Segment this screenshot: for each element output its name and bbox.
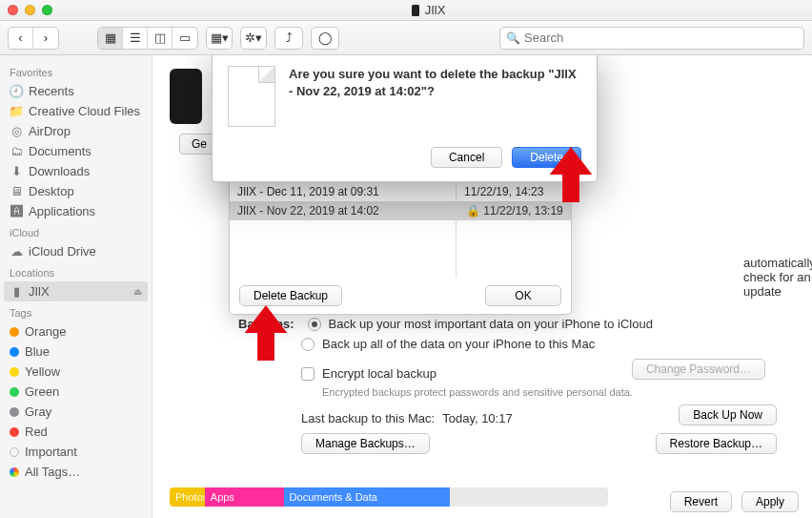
sidebar-item-applications[interactable]: 🅰Applications xyxy=(0,201,152,221)
toolbar: ‹ › ▦ ☰ ◫ ▭ ▦▾ ✲▾ ⤴ ◯ 🔍 xyxy=(0,21,812,55)
cancel-button[interactable]: Cancel xyxy=(431,147,502,168)
search-icon: 🔍 xyxy=(506,31,520,45)
last-backup-value: Today, 10:17 xyxy=(442,411,512,425)
encrypt-checkbox[interactable] xyxy=(301,367,315,381)
tag-green[interactable]: Green xyxy=(0,382,152,402)
radio-icloud-label: Back up your most important data on your… xyxy=(329,317,653,331)
backup-date: 🔒 11/22/19, 13:19 xyxy=(457,201,571,220)
tag-dot-icon xyxy=(10,387,19,397)
backup-row-selected[interactable]: JIlX - Nov 22, 2019 at 14:02 xyxy=(230,201,456,220)
sidebar-item-iclouddrive[interactable]: ☁iCloud Drive xyxy=(0,241,152,261)
manage-backups-button[interactable]: Manage Backups… xyxy=(301,433,430,454)
sidebar-item-desktop[interactable]: 🖥Desktop xyxy=(0,181,152,201)
tag-orange[interactable]: Orange xyxy=(0,321,152,342)
sidebar-item-downloads[interactable]: ⬇Downloads xyxy=(0,161,152,181)
delete-backup-button[interactable]: Delete Backup xyxy=(239,285,342,306)
view-switcher: ▦ ☰ ◫ ▭ xyxy=(97,27,198,50)
zoom-icon[interactable] xyxy=(42,5,52,15)
search-input[interactable] xyxy=(524,31,798,45)
confirm-dialog: Are you sure you want to delete the back… xyxy=(212,55,598,182)
storage-apps: Apps xyxy=(205,487,284,507)
gallery-view-button[interactable]: ▭ xyxy=(173,28,197,49)
back-up-now-button[interactable]: Back Up Now xyxy=(679,404,777,425)
tag-red[interactable]: Red xyxy=(0,422,152,442)
backup-row[interactable]: JIlX - Dec 11, 2019 at 09:31 xyxy=(230,182,456,201)
storage-photos: Photos xyxy=(170,487,205,507)
apps-icon: 🅰 xyxy=(10,205,23,218)
lock-icon: 🔒 xyxy=(466,204,480,218)
radio-mac-label: Back up all of the data on your iPhone t… xyxy=(322,337,595,351)
action-menu[interactable]: ✲▾ xyxy=(240,27,267,50)
cloud-icon: ☁ xyxy=(10,245,23,259)
sidebar-heading-favorites: Favorites xyxy=(0,61,152,81)
group-menu[interactable]: ▦▾ xyxy=(206,27,233,50)
storage-bar: Photos Apps Documents & Data xyxy=(170,487,608,507)
tag-dot-icon xyxy=(10,427,19,437)
window-controls xyxy=(8,5,52,15)
doc-icon: 🗂 xyxy=(10,145,23,158)
minimize-icon[interactable] xyxy=(25,5,35,15)
sidebar-item-ccfiles[interactable]: 📁Creative Cloud Files xyxy=(0,101,152,121)
encrypt-label: Encrypt local backup xyxy=(322,366,436,381)
storage-free xyxy=(450,487,608,507)
tag-dot-icon xyxy=(10,447,19,457)
tag-dot-icon xyxy=(10,347,19,357)
all-tags-icon xyxy=(10,467,19,477)
annotation-arrow-icon xyxy=(244,305,288,361)
encrypt-hint: Encrypted backups protect passwords and … xyxy=(322,386,777,398)
radio-icloud[interactable] xyxy=(308,318,321,331)
list-view-button[interactable]: ☰ xyxy=(123,28,148,49)
device-image xyxy=(170,69,202,124)
last-backup-label: Last backup to this Mac: xyxy=(301,411,435,425)
sidebar-item-device[interactable]: ▮JIlX⏏ xyxy=(4,281,148,301)
nav-buttons: ‹ › xyxy=(8,27,59,50)
share-button[interactable]: ⤴ xyxy=(274,27,303,50)
update-hint: automatically check for an update xyxy=(743,256,812,299)
confirm-message: Are you sure you want to delete the back… xyxy=(289,66,581,99)
icon-view-button[interactable]: ▦ xyxy=(98,28,123,49)
back-button[interactable]: ‹ xyxy=(9,28,33,49)
change-password-button[interactable]: Change Password… xyxy=(632,359,765,380)
radio-mac[interactable] xyxy=(301,338,315,351)
tag-dot-icon xyxy=(10,367,19,377)
airdrop-icon: ◎ xyxy=(10,125,23,138)
forward-button[interactable]: › xyxy=(33,28,58,49)
svg-marker-1 xyxy=(245,305,288,361)
restore-backup-button[interactable]: Restore Backup… xyxy=(656,433,777,454)
tag-blue[interactable]: Blue xyxy=(0,342,152,362)
sidebar-item-documents[interactable]: 🗂Documents xyxy=(0,141,152,161)
eject-icon[interactable]: ⏏ xyxy=(133,286,142,297)
titlebar: JIlX xyxy=(0,0,812,21)
sidebar-heading-icloud: iCloud xyxy=(0,221,152,241)
sidebar-item-recents[interactable]: 🕘Recents xyxy=(0,81,152,101)
ok-button[interactable]: OK xyxy=(485,285,561,306)
search-field[interactable]: 🔍 xyxy=(499,27,804,50)
download-icon: ⬇ xyxy=(10,165,23,178)
sidebar-heading-tags: Tags xyxy=(0,301,152,321)
column-view-button[interactable]: ◫ xyxy=(148,28,173,49)
tag-dot-icon xyxy=(10,327,19,337)
folder-icon: 📁 xyxy=(10,105,23,118)
apply-button[interactable]: Apply xyxy=(741,491,799,512)
device-icon xyxy=(412,5,419,16)
tag-yellow[interactable]: Yellow xyxy=(0,362,152,382)
storage-docs: Documents & Data xyxy=(284,487,451,507)
desktop-icon: 🖥 xyxy=(10,185,23,198)
svg-marker-0 xyxy=(550,147,593,202)
main-content: Ge oks Photos Files Info automatically c… xyxy=(152,55,812,518)
revert-button[interactable]: Revert xyxy=(670,491,732,512)
window-title: JIlX xyxy=(425,3,446,17)
tag-important[interactable]: Important xyxy=(0,442,152,462)
close-icon[interactable] xyxy=(8,5,18,15)
tag-gray[interactable]: Gray xyxy=(0,402,152,422)
tags-button[interactable]: ◯ xyxy=(311,27,339,50)
sidebar: Favorites 🕘Recents 📁Creative Cloud Files… xyxy=(0,55,152,518)
annotation-arrow-icon xyxy=(549,147,593,202)
tag-all[interactable]: All Tags… xyxy=(0,462,152,482)
phone-icon: ▮ xyxy=(10,285,23,299)
backups-panel: JIlX JIlX - Dec 11, 2019 at 09:31 JIlX -… xyxy=(229,162,572,315)
sidebar-heading-locations: Locations xyxy=(0,261,152,281)
document-icon xyxy=(228,66,275,127)
sidebar-item-airdrop[interactable]: ◎AirDrop xyxy=(0,121,152,141)
clock-icon: 🕘 xyxy=(10,85,23,98)
